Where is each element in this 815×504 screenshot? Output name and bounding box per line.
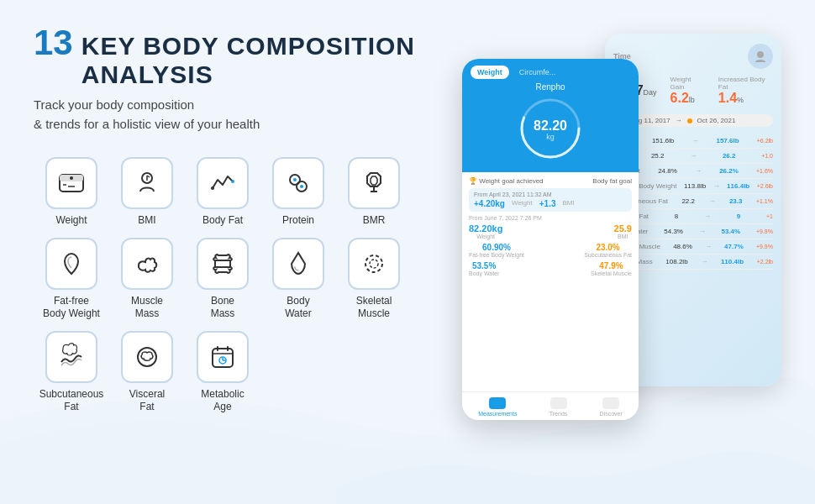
- icon-item-visceral: Visceral Fat: [109, 331, 185, 414]
- water-icon: [283, 249, 313, 279]
- phone-tabs: Weight Circumfe...: [471, 66, 630, 79]
- weight-gain-label: Weight Gain: [670, 76, 705, 91]
- weight-icon-box: [45, 157, 97, 209]
- subcutaneous-icon: [56, 342, 87, 372]
- change-date-1: From April 23, 2021 11:32 AM: [474, 192, 627, 197]
- icon-item-fat-free: Fat-free Body Weight: [34, 238, 109, 321]
- phone-front: Weight Circumfe... Renpho 82.20 kg: [462, 59, 639, 420]
- icons-grid: Weight BMI: [34, 157, 454, 414]
- back-header: Time: [613, 44, 773, 69]
- change-row-1: From April 23, 2021 11:32 AM +4.20kg Wei…: [469, 188, 632, 212]
- visceral-label: Visceral Fat: [129, 388, 165, 414]
- icon-item-subcutaneous: Subcutaneous Fat: [34, 331, 109, 414]
- svg-point-8: [211, 186, 214, 190]
- muscle-mass-label: Muscle Mass: [131, 295, 163, 321]
- body-water-icon-box: [272, 238, 324, 290]
- svg-point-9: [231, 180, 234, 183]
- icon-item-bmr: BMR: [336, 157, 412, 228]
- change-date-2: From June 7, 2022 7:26 PM: [469, 215, 632, 221]
- nav-trends[interactable]: Trends: [549, 397, 568, 417]
- bmi-label: BMI: [138, 214, 155, 228]
- muscle-mass-icon-box: [121, 238, 173, 290]
- nav-discover[interactable]: Discover: [600, 397, 623, 417]
- fat-free-display: 60.90% Fat-free Body Weight: [469, 243, 524, 258]
- bone-mass-label: Bone Mass: [211, 295, 235, 321]
- bmr-icon-box: [348, 157, 400, 209]
- weight2-display: 82.20kg Weight: [469, 223, 502, 239]
- time-unit: Day: [644, 88, 657, 97]
- svg-point-12: [293, 178, 297, 181]
- metrics-row-3: 53.5% Body Water 47.9% Skeletal Muscle: [469, 261, 632, 276]
- subcutaneous-icon-box: [45, 331, 97, 383]
- body-fat-stat-unit: %: [737, 96, 744, 104]
- protein-icon: [283, 168, 313, 198]
- metabolic-label: Metabolic Age: [201, 388, 244, 414]
- svg-point-22: [138, 348, 156, 366]
- title-row: 13 KEY BODY COMPOSITION ANALYSIS: [34, 25, 454, 89]
- icon-item-body-water: Body Water: [260, 238, 336, 321]
- phone-front-header: Weight Circumfe... Renpho 82.20 kg: [462, 59, 639, 172]
- phone-user: Renpho: [471, 82, 630, 92]
- change-label-weight: Weight: [512, 199, 533, 208]
- phone-bottom-bar: Measurements Trends Discover: [462, 391, 639, 420]
- icon-item-body-fat: Body Fat: [185, 157, 260, 228]
- metrics-row-1: 82.20kg Weight 25.9 BMI: [469, 223, 632, 239]
- bmi2-display: 25.9 BMI: [614, 223, 632, 239]
- left-panel: 13 KEY BODY COMPOSITION ANALYSIS Track y…: [34, 25, 454, 487]
- change-nums-1: +4.20kg Weight +1.3 BMI: [474, 199, 627, 208]
- skeletal-icon: [359, 249, 389, 279]
- bmi-icon: [132, 168, 162, 198]
- goal-row: 🏆 Weight goal achieved Body fat goal: [469, 177, 632, 185]
- scale-icon: [56, 168, 87, 198]
- bmi2-value: 25.9: [614, 223, 632, 234]
- right-panel: Time Time 1537Day Weight Gain 6.2lb Incr…: [454, 25, 781, 487]
- stat-body-fat: Increased Body Fat 1.4%: [718, 76, 773, 106]
- svg-point-20: [365, 255, 382, 272]
- tab-weight[interactable]: Weight: [471, 66, 509, 79]
- icon-item-protein: Protein: [260, 157, 336, 228]
- protein-icon-box: [272, 157, 324, 209]
- icon-item-weight: Weight: [34, 157, 109, 228]
- date-to: Oct 26, 2021: [697, 117, 736, 124]
- bmi-icon-box: [121, 157, 173, 209]
- skeletal-label: Skeletal Muscle: [356, 295, 392, 321]
- metrics-row-2: 60.90% Fat-free Body Weight 23.0% Subcut…: [469, 243, 632, 258]
- icon-item-muscle-mass: Muscle Mass: [109, 238, 185, 321]
- weight-value: 82.20: [534, 119, 567, 133]
- body-water-label: Body Water: [285, 295, 312, 321]
- stat-weight-gain: Weight Gain 6.2lb: [670, 76, 705, 106]
- bone-icon: [208, 249, 238, 279]
- weight-gain-unit: lb: [689, 96, 695, 104]
- bmi2-label: BMI: [614, 234, 632, 239]
- body-fat-stat-value: 1.4: [718, 91, 737, 105]
- bmr-label: BMR: [363, 214, 386, 228]
- fat-free-icon: [56, 249, 87, 279]
- discover-icon: [602, 397, 619, 409]
- phone-body: 🏆 Weight goal achieved Body fat goal Fro…: [462, 172, 639, 281]
- icon-item-metabolic: Metabolic Age: [185, 331, 260, 414]
- icon-item-bmi: BMI: [109, 157, 185, 228]
- bmr-icon: [359, 168, 389, 198]
- goal-fat: Body fat goal: [592, 177, 632, 185]
- icon-item-bone-mass: Bone Mass: [185, 238, 260, 321]
- skeletal-icon-box: [348, 238, 400, 290]
- body-fat-label: Body Fat: [202, 214, 243, 228]
- nav-measurements[interactable]: Measurements: [478, 397, 517, 417]
- metabolic-icon: [208, 342, 238, 372]
- body-fat-icon: [208, 168, 238, 198]
- icon-item-skeletal: Skeletal Muscle: [336, 238, 412, 321]
- tab-circumference[interactable]: Circumfe...: [513, 66, 563, 79]
- weight-gain-value: 6.2: [670, 91, 689, 105]
- weight-unit: kg: [534, 133, 567, 141]
- change-bmi-1: +1.3: [539, 199, 556, 208]
- goal-weight: 🏆 Weight goal achieved: [469, 177, 544, 185]
- muscle-icon: [132, 249, 162, 279]
- fat-free-label: Fat-free Body Weight: [43, 295, 100, 321]
- protein-label: Protein: [282, 214, 314, 228]
- visceral-icon-box: [121, 331, 173, 383]
- date-arrow: →: [676, 117, 682, 124]
- water-display: 53.5% Body Water: [469, 261, 499, 276]
- measurements-icon: [489, 397, 506, 409]
- back-avatar: [748, 44, 773, 69]
- weight2-label: Weight: [469, 234, 502, 239]
